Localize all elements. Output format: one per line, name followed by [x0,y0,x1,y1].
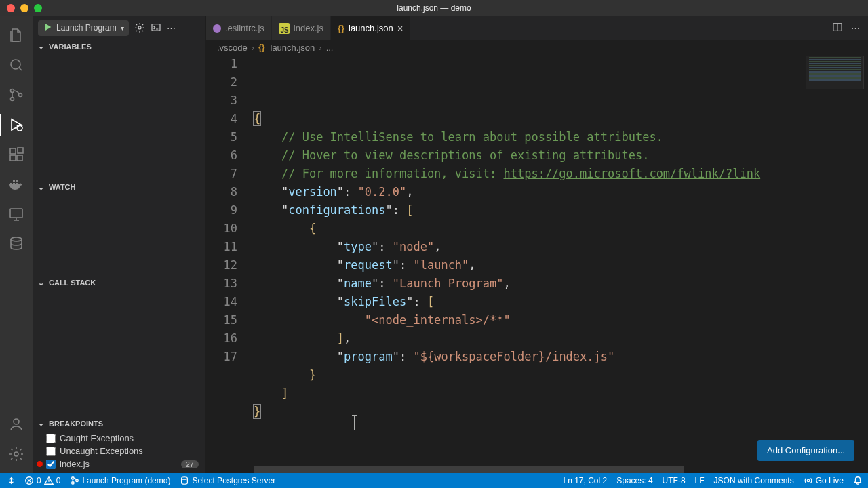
section-callstack[interactable]: ⌄ CALL STACK [33,276,205,290]
svg-rect-6 [10,155,16,161]
title-bar: launch.json — demo [0,0,868,16]
remote-indicator[interactable] [5,476,15,485]
line-number: 14 [206,293,237,311]
svg-point-25 [182,477,188,480]
tab-index-js[interactable]: JSindex.js [272,16,331,40]
close-window-icon[interactable] [7,4,15,12]
line-number: 6 [206,146,237,165]
more-icon[interactable]: ⋯ [167,23,176,33]
section-breakpoints[interactable]: ⌄ BREAKPOINTS [33,416,205,430]
chevron-down-icon: ⌄ [38,42,46,51]
variables-body [33,54,205,180]
section-variables[interactable]: ⌄ VARIABLES [33,39,205,54]
code-line[interactable]: { [254,220,868,238]
code-line[interactable]: "<node_internals>/**" [254,311,868,329]
debug-console-icon[interactable] [151,22,161,33]
svg-point-3 [19,94,22,97]
add-configuration-button[interactable]: Add Configuration... [757,440,854,461]
breakpoint-row[interactable]: Caught Exceptions [33,432,205,445]
code-line[interactable]: "type": "node", [254,238,868,256]
svg-point-17 [14,452,18,456]
encoding[interactable]: UTF-8 [663,476,686,485]
line-number: 7 [206,165,237,183]
code-line[interactable]: "name": "Launch Program", [254,274,868,293]
source-control-icon[interactable] [0,80,33,110]
docker-icon[interactable] [0,169,33,199]
explorer-icon[interactable] [0,20,33,50]
database-icon[interactable] [0,229,33,259]
code-line[interactable]: ], [254,329,868,348]
maximize-window-icon[interactable] [34,4,42,12]
debug-target[interactable]: Launch Program (demo) [70,476,170,485]
breakpoint-checkbox[interactable] [46,434,56,443]
watch-body [33,195,205,276]
split-editor-icon[interactable] [832,22,843,35]
breadcrumb-segment[interactable]: ... [326,43,334,53]
svg-rect-5 [10,148,16,154]
launch-config-dropdown[interactable]: Launch Program ▾ [38,20,129,36]
editor-body[interactable]: 1234567891011121314151617 { // Use Intel… [206,55,868,473]
svg-point-15 [11,237,22,241]
code-line[interactable]: } [254,366,868,384]
breakpoint-checkbox[interactable] [46,447,56,456]
more-icon[interactable]: ⋯ [851,23,860,33]
breakpoint-row[interactable]: index.js27 [33,458,205,470]
code-line[interactable]: "version": "0.2.0", [254,183,868,201]
json-icon: {} [338,23,344,33]
tab-bar: .eslintrc.jsJSindex.js{}launch.json× ⋯ [206,16,868,40]
problems-indicator[interactable]: 0 0 [24,476,60,485]
code-line[interactable]: // For more information, visit: https://… [254,165,868,183]
extensions-icon[interactable] [0,140,33,169]
code-line[interactable]: "request": "launch", [254,256,868,274]
horizontal-scrollbar[interactable] [254,466,868,473]
code-line[interactable]: "configurations": [ [254,201,868,220]
close-icon[interactable]: × [397,22,403,34]
line-number: 9 [206,201,237,220]
search-icon[interactable] [0,50,33,80]
window-title: launch.json — demo [397,3,471,13]
editor-area: .eslintrc.jsJSindex.js{}launch.json× ⋯ .… [206,16,868,473]
chevron-down-icon: ⌄ [38,419,46,428]
play-icon[interactable] [43,22,52,34]
remote-explorer-icon[interactable] [0,199,33,229]
gear-icon[interactable] [134,22,145,33]
code-line[interactable]: // Hover to view descriptions of existin… [254,146,868,165]
svg-point-16 [14,419,19,424]
gear-icon[interactable] [0,439,33,469]
line-number: 8 [206,183,237,201]
line-number: 13 [206,274,237,293]
code-line[interactable]: // Use IntelliSense to learn about possi… [254,128,868,146]
activity-bar [0,16,33,473]
code-line[interactable]: ] [254,384,868,403]
code-line[interactable]: "program": "${workspaceFolder}/index.js" [254,348,868,366]
breakpoint-row[interactable]: Uncaught Exceptions [33,445,205,458]
bell-icon[interactable] [853,476,863,485]
cursor-position[interactable]: Ln 17, Col 2 [564,476,608,485]
breakpoint-dot-icon [37,461,43,467]
breadcrumb[interactable]: .vscode›{}launch.json›... [206,40,868,55]
svg-point-0 [11,60,20,69]
postgres-selector[interactable]: Select Postgres Server [180,476,275,485]
status-bar: 0 0 Launch Program (demo) Select Postgre… [0,473,868,488]
breakpoint-checkbox[interactable] [46,460,56,469]
language-mode[interactable]: JSON with Comments [714,476,794,485]
section-watch[interactable]: ⌄ WATCH [33,180,205,195]
breadcrumb-segment[interactable]: launch.json [271,43,315,53]
code-line[interactable]: } [254,403,868,421]
minimize-window-icon[interactable] [20,4,28,12]
run-debug-icon[interactable] [0,110,33,140]
svg-rect-14 [10,209,22,218]
code-content[interactable]: { // Use IntelliSense to learn about pos… [254,55,868,473]
go-live[interactable]: Go Live [804,476,844,485]
code-line[interactable]: "skipFiles": [ [254,293,868,311]
eol[interactable]: LF [695,476,705,485]
code-line[interactable]: { [254,110,868,128]
minimap[interactable] [806,56,864,89]
tab--eslintrc-js[interactable]: .eslintrc.js [206,16,272,40]
breadcrumb-segment[interactable]: .vscode [217,43,248,53]
indentation[interactable]: Spaces: 4 [616,476,652,485]
svg-rect-7 [17,155,22,161]
account-icon[interactable] [0,409,33,439]
tab-launch-json[interactable]: {}launch.json× [331,16,411,40]
scrollbar-thumb[interactable] [254,466,684,473]
